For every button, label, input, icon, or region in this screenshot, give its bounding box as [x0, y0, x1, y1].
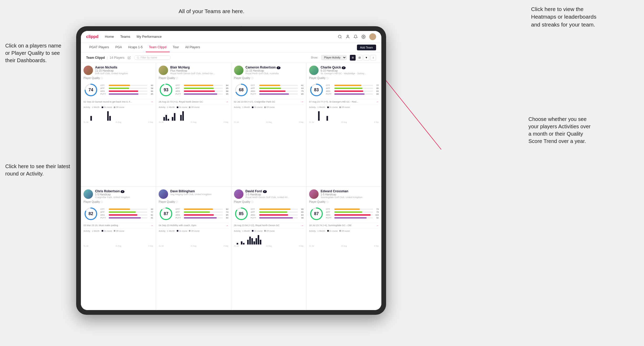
gauge-container[interactable]: 87 — [159, 206, 173, 221]
quality-score: 82 — [89, 211, 93, 216]
player-card[interactable]: Blair McHarg Plus Handicap Royal North D… — [156, 63, 231, 187]
player-card[interactable]: Edward Crossman 1-5 Handicap Sunningdale… — [307, 187, 381, 310]
off-course-dot — [264, 107, 266, 108]
stats-bars: OTT 60 APP 77 ARG 81 PUTT 91 — [100, 208, 153, 220]
player-card[interactable]: Charlie Quick ✓ 6-10 Handicap St. George… — [307, 63, 381, 187]
quality-label: Player Quality ⓘ — [234, 77, 304, 80]
latest-round[interactable]: 03 Mar 23 19, Must make putting → — [84, 223, 153, 227]
quality-section: 85 OTT 89 APP 80 ARG 83 PUTT 96 — [234, 206, 304, 221]
chart-labels: 31 Jul21 Aug4 Sep — [159, 121, 228, 123]
chart-area — [309, 233, 379, 244]
quality-section: 83 OTT 77 APP 80 ARG 83 PUTT 86 — [309, 83, 379, 97]
gauge-container[interactable]: 83 — [309, 83, 324, 97]
player-club: Royal North Devon Golf Club, United Kil.… — [246, 196, 304, 199]
activity-legend: On course Off course — [102, 106, 124, 108]
nav-home[interactable]: Home — [105, 35, 114, 39]
nav-performance[interactable]: My Performance — [137, 35, 162, 39]
grid-view-btn[interactable]: ⊞ — [350, 55, 356, 61]
sub-nav-pgat[interactable]: PGAT Players — [86, 42, 112, 52]
activity-section: Activity · 1 Month On course Off course … — [234, 105, 304, 123]
player-name[interactable]: David Ford ✓ — [246, 189, 304, 193]
list-view-btn[interactable]: ⊟ — [357, 55, 362, 61]
quality-label: Player Quality ⓘ — [84, 200, 153, 204]
show-label: Show: — [311, 56, 318, 59]
off-course-dot — [189, 107, 190, 108]
player-name[interactable]: Dave Billingham — [170, 189, 228, 193]
player-handicap: 11-15 Handicap — [246, 69, 304, 72]
chart-area — [234, 109, 304, 121]
sub-nav-all-players[interactable]: All Players — [182, 42, 203, 52]
on-course-dot — [327, 230, 329, 232]
round-arrow-right: → — [226, 100, 228, 103]
player-card[interactable]: Cameron Robertson ✓ 11-15 Handicap Royal… — [231, 63, 306, 187]
team-header: Team Clippd | 14 Players Filter by name … — [81, 52, 381, 63]
quality-score: 68 — [239, 88, 244, 92]
activity-legend: On course Off course — [252, 106, 274, 108]
svg-line-8 — [383, 77, 441, 150]
activity-legend: On course Off course — [327, 106, 350, 108]
player-name[interactable]: Edward Crossman — [321, 189, 379, 193]
search-icon[interactable] — [338, 35, 342, 39]
settings-icon[interactable] — [361, 35, 366, 39]
player-name[interactable]: Blair McHarg — [170, 66, 228, 69]
latest-round[interactable]: 26 Aug 23 84 (+12), Royal North Devon GC… — [234, 223, 304, 227]
quality-label: Player Quality ⓘ — [84, 77, 153, 80]
bell-icon[interactable] — [354, 35, 358, 39]
latest-round[interactable]: 04 Sep 23 Mobility with coach, Gym → — [159, 223, 228, 227]
show-select[interactable]: Player Activity — [321, 55, 347, 60]
sub-nav-tour[interactable]: Tour — [170, 42, 182, 52]
gauge-container[interactable]: 68 — [234, 83, 249, 97]
activity-title: Activity · 1 Month — [159, 106, 175, 108]
nav-teams[interactable]: Teams — [120, 35, 130, 39]
player-handicap: 6-10 Handicap — [321, 69, 379, 72]
player-header: David Ford ✓ 1-5 Handicap Royal North De… — [234, 189, 304, 199]
latest-round[interactable]: 07 Aug 23 77 (+7), St George's Hill GC -… — [309, 99, 379, 103]
user-icon[interactable] — [346, 35, 350, 39]
player-card[interactable]: Aaron Nicholls 11-15 Handicap Drift Golf… — [81, 63, 156, 187]
latest-round-text: 03 Mar 23 19, Must make putting — [84, 224, 118, 227]
activity-title: Activity · 1 Month — [234, 230, 250, 232]
gauge-container[interactable]: 74 — [84, 83, 98, 97]
gauge-container[interactable]: 93 — [159, 83, 173, 97]
add-team-button[interactable]: Add Team — [357, 45, 376, 50]
latest-round[interactable]: 02 Jul 23 59 (+17), Craigmillar Park GC … — [234, 99, 304, 103]
annotation-teams-here: All of your Teams are here. — [179, 7, 245, 15]
activity-section: Activity · 1 Month On course Off course … — [159, 105, 228, 123]
player-name[interactable]: Cameron Robertson ✓ — [246, 66, 304, 69]
quality-section: 87 OTT 73 APP 79 ARG 103 PUTT 92 — [309, 206, 379, 221]
gauge-container[interactable]: 85 — [234, 206, 249, 221]
latest-round[interactable]: 02 Sep 23 Sunset round to get back into … — [84, 99, 153, 103]
sub-nav-team-clippd[interactable]: Team Clippd — [146, 42, 170, 52]
player-name[interactable]: Charlie Quick ✓ — [321, 66, 379, 69]
filter-input[interactable]: Filter by name — [134, 55, 171, 60]
quality-section: 68 OTT 61 APP 63 ARG 75 PUTT 85 — [234, 83, 304, 97]
player-name[interactable]: Chris Robertson ✓ — [95, 189, 153, 193]
latest-round[interactable]: 26 Aug 23 73 (+1), Royal North Devon GC … — [159, 99, 228, 103]
filter-view-btn[interactable]: ▼ — [363, 55, 369, 61]
latest-round-text: 02 Jul 23 59 (+17), Craigmillar Park GC — [234, 100, 276, 103]
brand-logo: clippd — [86, 34, 98, 39]
player-name[interactable]: Aaron Nicholls — [95, 66, 153, 69]
latest-round-text: 18 Jul 23 74 (+4), Sunningdale GC - Old — [309, 224, 351, 227]
sub-nav-pga[interactable]: PGA — [112, 42, 125, 52]
chart-area — [309, 109, 379, 121]
player-grid: Aaron Nicholls 11-15 Handicap Drift Golf… — [81, 63, 381, 310]
latest-round[interactable]: 18 Jul 23 74 (+4), Sunningdale GC - Old … — [309, 223, 379, 227]
round-arrow-right: → — [150, 100, 153, 103]
gauge-container[interactable]: 82 — [84, 206, 98, 221]
round-arrow-right: → — [150, 224, 153, 227]
sort-view-btn[interactable]: ↕ — [370, 55, 376, 61]
chart-area — [84, 109, 153, 121]
sub-nav-hcaps[interactable]: Hcaps 1-5 — [125, 42, 146, 52]
edit-icon[interactable] — [128, 56, 131, 59]
player-card[interactable]: Chris Robertson ✓ 1-5 Handicap Craigmill… — [81, 187, 156, 310]
user-avatar[interactable] — [369, 33, 376, 40]
player-card[interactable]: David Ford ✓ 1-5 Handicap Royal North De… — [231, 187, 306, 310]
gauge-container[interactable]: 87 — [309, 206, 324, 221]
quality-label: Player Quality ⓘ — [159, 200, 228, 204]
round-arrow-right: → — [301, 100, 304, 103]
annotation-activities: Choose whether you see your players Acti… — [528, 115, 628, 145]
player-card[interactable]: Dave Billingham Sog Maging Golf Club, Un… — [156, 187, 231, 310]
activity-title: Activity · 1 Month — [84, 106, 100, 108]
chart-labels: 31 Jul21 Aug4 Sep — [234, 245, 304, 247]
